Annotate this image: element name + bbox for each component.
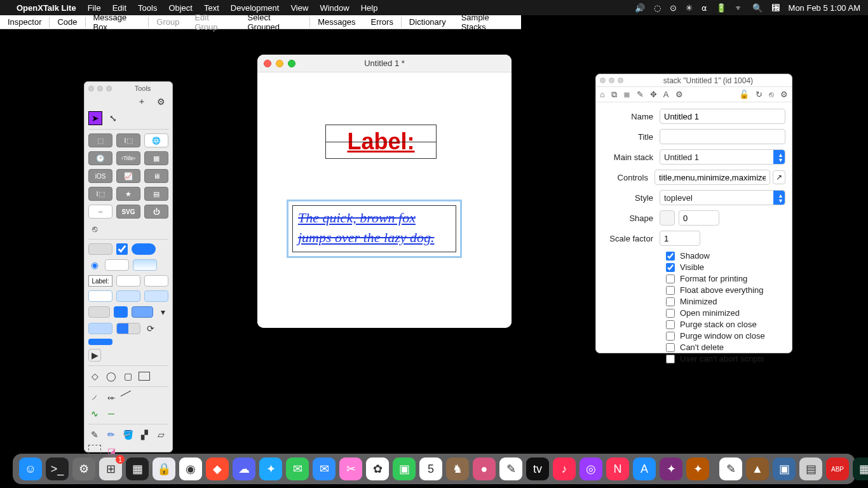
shape-swatch[interactable] (660, 210, 675, 226)
dock-app3[interactable]: ▣ (773, 458, 796, 480)
shape-rect[interactable] (138, 370, 151, 383)
check-purge-stack-on-close[interactable] (666, 320, 675, 329)
widget-android[interactable]: ⬚ (88, 133, 112, 147)
check-shadow[interactable] (666, 252, 675, 261)
dock-launchpad[interactable]: ⊞ (99, 458, 122, 480)
ctrl-list[interactable] (116, 290, 140, 302)
ctrl-table[interactable] (88, 290, 112, 302)
shape-field[interactable] (679, 210, 719, 226)
widget-tree[interactable]: ⎋ (88, 222, 101, 235)
menu-help[interactable]: Help (361, 3, 378, 13)
ctrl-progress[interactable] (88, 323, 112, 334)
tools-settings-icon[interactable]: ⚙ (154, 95, 167, 108)
menubar-clock[interactable]: Mon Feb 5 1:00 AM (789, 3, 860, 13)
dock-photos[interactable]: ✿ (366, 458, 389, 480)
controls-field[interactable] (654, 170, 770, 185)
dock-tv[interactable]: tv (526, 458, 549, 480)
audio-icon[interactable]: 🔊 (635, 3, 645, 13)
ctrl-option[interactable] (132, 306, 153, 318)
line-tool[interactable] (121, 391, 134, 403)
dock-textedit[interactable]: ✎ (719, 458, 742, 480)
menu-file[interactable]: File (88, 3, 101, 13)
widget-svg[interactable]: SVG (116, 205, 140, 219)
dock-notes[interactable]: ✎ (499, 458, 522, 480)
ctrl-button-grad[interactable] (133, 259, 157, 271)
battery-icon[interactable]: 🔋 (716, 3, 726, 13)
dock-terminal[interactable]: >_ (46, 458, 69, 480)
dock-finder[interactable]: ☺ (19, 458, 42, 480)
shape-circle[interactable]: ◯ (105, 370, 118, 383)
widget-globe[interactable]: 🌐 (144, 133, 168, 147)
app-name[interactable]: OpenXTalk Lite (17, 3, 76, 13)
spray-icon[interactable]: ▞ (138, 428, 151, 441)
dock-safari[interactable]: ✦ (259, 458, 282, 480)
widget-field[interactable]: I⬚ (88, 187, 112, 201)
poly-tool[interactable]: ⟋ (88, 391, 101, 403)
dock-chrome[interactable]: ◉ (179, 458, 202, 480)
menu-development[interactable]: Development (231, 3, 280, 13)
play-icon[interactable]: ⊙ (670, 3, 677, 13)
ctrl-checkbox[interactable] (116, 243, 128, 255)
widget-seg[interactable]: ▤ (144, 187, 168, 201)
wifi-icon[interactable]: ᯤ (735, 3, 743, 13)
name-field[interactable] (660, 109, 785, 124)
dock-app5[interactable]: ▦ (853, 458, 868, 480)
ctrl-radio[interactable]: ◉ (88, 259, 101, 271)
tools-add-icon[interactable]: ＋ (135, 95, 148, 108)
dock-calendar[interactable]: 5 (419, 458, 442, 480)
check-user-can-t-abort-scripts[interactable] (666, 355, 675, 363)
widget-title[interactable]: ‹Title› (116, 151, 140, 165)
widget-clock[interactable]: 🕑 (88, 151, 112, 165)
menu-object[interactable]: Object (168, 3, 193, 13)
tab-move-icon[interactable]: ✥ (650, 90, 657, 99)
tab-gear-icon[interactable]: ⚙ (780, 90, 788, 99)
ctrl-popup[interactable] (88, 306, 110, 318)
menu-window[interactable]: Window (320, 3, 349, 13)
toolbar-errors[interactable]: Errors (363, 17, 401, 27)
ctrl-label[interactable]: Label: (88, 275, 112, 287)
style-select[interactable]: toplevel▴▾ (660, 190, 785, 205)
dock-settings[interactable]: ⚙ (72, 458, 95, 480)
dock-app2[interactable]: ▲ (746, 458, 769, 480)
check-format-for-printing[interactable] (666, 274, 675, 283)
toolbar-inspector[interactable]: Inspector (0, 17, 49, 27)
stack-titlebar[interactable]: Untitled 1 * (257, 55, 512, 72)
check-open-minimized[interactable] (666, 309, 675, 318)
dock-keychain[interactable]: 🔒 (153, 458, 175, 480)
text-field-content[interactable]: The quick, brown fox jumps over the lazy… (292, 205, 456, 252)
toolbar-dictionary[interactable]: Dictionary (402, 17, 454, 27)
dock-discord[interactable]: ☁ (233, 458, 255, 480)
ctrl-pulldown[interactable]: ▾ (157, 306, 168, 318)
tab-text-icon[interactable]: A (663, 90, 669, 99)
dock-appstore[interactable]: A (633, 458, 656, 480)
check-minimized[interactable] (666, 297, 675, 306)
tab-lock-icon[interactable]: 🔓 (739, 90, 749, 99)
bluetooth-icon[interactable]: ✳ (686, 3, 693, 13)
ctrl-scrollbar[interactable] (88, 339, 112, 345)
toolbar-message-box[interactable]: Message Box (85, 13, 148, 32)
dock-podcast[interactable]: ◎ (580, 458, 602, 480)
pointer-tool[interactable]: ➤ (88, 111, 102, 125)
ctrl-field[interactable] (105, 259, 129, 271)
ctrl-player[interactable]: ▶ (88, 349, 101, 362)
sync-icon[interactable]: ◌ (654, 3, 661, 13)
dock-news[interactable]: N (606, 458, 629, 480)
zoom-icon[interactable] (288, 60, 295, 67)
brush-icon[interactable]: ✏ (105, 428, 118, 441)
label-object[interactable]: Label: (325, 125, 437, 159)
inspector-titlebar[interactable]: stack "Untitled 1" (id 1004) (596, 74, 792, 87)
check-can-t-delete[interactable] (666, 343, 675, 352)
title-field[interactable] (660, 129, 785, 144)
dock-abp[interactable]: ABP (826, 458, 849, 480)
pen-tool[interactable]: ─ (105, 407, 118, 420)
controls-picker-icon[interactable]: ↗ (773, 170, 785, 184)
menu-edit[interactable]: Edit (112, 3, 126, 13)
scale-field[interactable] (660, 231, 700, 246)
dock-bin1[interactable]: ● (473, 458, 496, 480)
stack-canvas[interactable]: Label: The quick, brown fox jumps over t… (257, 72, 512, 328)
spotlight-icon[interactable]: 🔍 (752, 3, 763, 13)
tab-edit-icon[interactable]: ✎ (637, 90, 644, 99)
ctrl-slider[interactable] (116, 323, 140, 334)
widget-native[interactable]: I⬚ (116, 133, 140, 147)
dock-music[interactable]: ♪ (553, 458, 576, 480)
